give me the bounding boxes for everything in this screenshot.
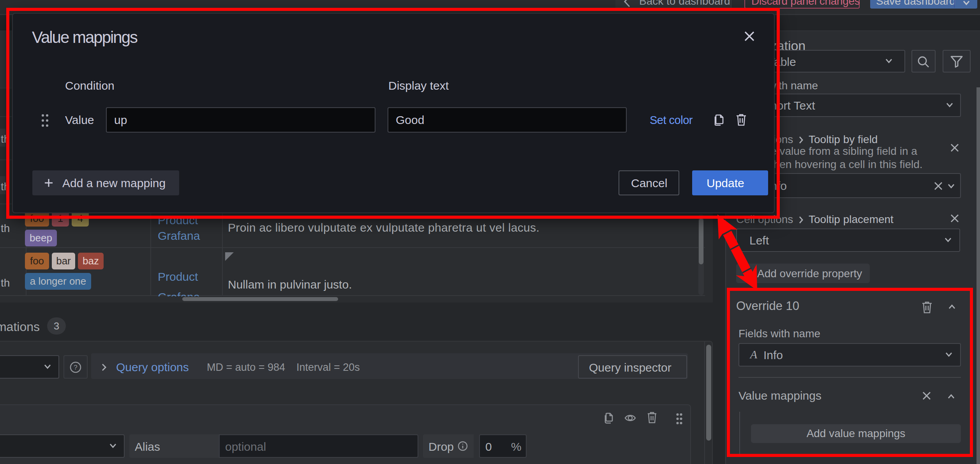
svg-text:?: ? <box>74 364 77 371</box>
